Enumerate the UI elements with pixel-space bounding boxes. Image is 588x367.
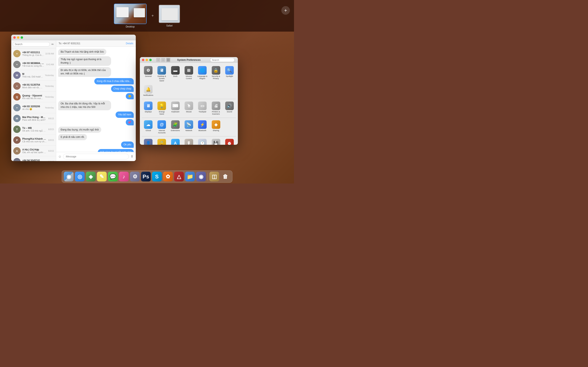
conversation-item[interactable]: + +84 91 5135754 Mình đến nơi rồi, đang …: [11, 81, 56, 92]
close-button[interactable]: [13, 36, 16, 39]
voice-button[interactable]: 🎙: [130, 155, 134, 158]
conversation-item[interactable]: M M Thôi mà. Dối hoài! Kkk Yesterday: [11, 70, 56, 81]
pref-item-security-&-privacy[interactable]: 🔒 Security & Privacy: [209, 65, 222, 83]
chat-input-field[interactable]: [63, 154, 129, 159]
conversation-item[interactable]: Q Quang - Vijasemi Khi nào Ms thì moi ca…: [11, 92, 56, 102]
conversation-time: Yesterday: [45, 85, 54, 87]
pref-label: Extensions: [171, 129, 180, 132]
pref-item-trackpad[interactable]: ▭ Trackpad: [196, 100, 209, 117]
dock-icon-folder[interactable]: 📁: [185, 172, 195, 182]
pref-item-dock[interactable]: ▬ Dock: [169, 65, 182, 83]
emoji-button[interactable]: ☺: [58, 155, 61, 158]
conversation-item[interactable]: + +84 97 6331311 Thông tin gì. Con bố 4 …: [11, 48, 56, 59]
conversation-item[interactable]: + +84 93 9838684, +... Tới trưa ko xong …: [11, 59, 56, 70]
conversation-preview: Khi nào Ms thì moi can chu Mr thi em cho…: [22, 97, 43, 100]
dock-icon-autodesk[interactable]: △: [174, 172, 184, 182]
pref-label: Notifications: [143, 94, 153, 96]
sysprefs-maximize-button[interactable]: [149, 59, 152, 61]
sysprefs-back-button[interactable]: ‹: [156, 58, 160, 62]
conversation-time: 8:43 AM: [46, 63, 54, 66]
dock-icon-maps[interactable]: ◈: [86, 172, 96, 182]
minimize-button[interactable]: [17, 36, 19, 39]
pref-item-notifications[interactable]: 🔔 Notifications: [142, 84, 155, 98]
pref-item-spotlight[interactable]: 🔍 Spotlight: [223, 65, 236, 83]
pref-icon-time-machine: ⏰: [225, 139, 234, 145]
desktop-thumb-2[interactable]: Safari: [159, 5, 180, 27]
pref-icon-language-&-region: 🌐: [198, 66, 207, 75]
desktop-preview-1: [114, 4, 147, 24]
pref-item-mission-control[interactable]: ⊞ Mission Control: [182, 65, 195, 83]
pref-item-sound[interactable]: 🔊 Sound: [223, 100, 236, 117]
pref-item-printers-&-scanners[interactable]: 🖨 Printers & Scanners: [209, 100, 222, 117]
dock-icon-photoshop[interactable]: Ps: [141, 172, 151, 182]
pref-item-dictation-&-speech[interactable]: 🎙 Dictation & Speech: [182, 138, 195, 145]
messages-search-input[interactable]: [13, 42, 50, 47]
pref-item-displays[interactable]: 🖥 Displays: [142, 100, 155, 117]
conversation-name: +84 93 3205206: [22, 105, 43, 108]
sysprefs-minimize-button[interactable]: [146, 59, 148, 61]
dock-icon-itunes[interactable]: ♪: [119, 172, 129, 182]
dock-icon-archive[interactable]: ◫: [209, 172, 219, 182]
pref-item-startup-disk[interactable]: 💾 Startup Disk: [209, 138, 222, 145]
messages-content: ✏ + +84 97 6331311 Thông tin gì. Con bố …: [11, 40, 136, 161]
pref-item-time-machine[interactable]: ⏰ Time Machine: [223, 138, 236, 145]
conversation-item[interactable]: P Phong/Kui Khánh Pho... Cả nhà sóc xum …: [11, 135, 56, 146]
pref-label: Sound: [227, 111, 232, 113]
pref-item-internet-accounts[interactable]: @ Internet Accounts: [155, 119, 168, 135]
pref-item-language-&-region[interactable]: 🌐 Language & Region: [196, 65, 209, 83]
desktop-thumb-1[interactable]: Desktop: [114, 4, 147, 28]
pref-item-network[interactable]: 📡 Network: [182, 119, 195, 135]
dock-icon-system-preferences[interactable]: ⚙: [130, 172, 140, 182]
conversation-preview: Tới trưa ko xong thiên đề haha: [22, 65, 45, 67]
message-bubble: Thấy mẹ ngủ ngoan quá thương ơi là thươn…: [58, 56, 111, 66]
dock-icon-messages[interactable]: 💬: [108, 172, 118, 182]
pref-item-bluetooth[interactable]: ⚡ Bluetooth: [196, 119, 209, 135]
pref-item-keyboard[interactable]: ⌨ Keyboard: [169, 100, 182, 117]
conversation-item[interactable]: + +84 93 3205206 ok chú 😄 Yesterday: [11, 102, 56, 113]
chat-header: To: +84 97 6331311 Details: [56, 40, 136, 47]
dock-icon-github[interactable]: ◉: [196, 172, 206, 182]
pref-item-desktop-&-screen-saver[interactable]: 🖥 Desktop & Screen Saver: [155, 65, 168, 83]
pref-icon-mouse: 🖱: [185, 101, 193, 110]
pref-icon-keyboard: ⌨: [171, 101, 180, 110]
conversation-item[interactable]: T Tú – MB Ok anh. Cả nhà ngủ ngoan. 6/3/…: [11, 124, 56, 135]
dock-icon-photos[interactable]: ✿: [163, 172, 173, 182]
add-desktop-button[interactable]: +: [281, 6, 290, 15]
message-bubble: 😊: [126, 93, 134, 100]
conversation-info: +84 93 3205206 ok chú 😄: [22, 105, 43, 110]
dock-icon-safari[interactable]: ◎: [75, 172, 85, 182]
pref-item-parental-controls[interactable]: 🔒 Parental Controls: [155, 138, 168, 145]
conversation-avatar: M: [13, 72, 21, 79]
pref-item-users-&-groups[interactable]: 👤 Users & Groups: [142, 138, 155, 145]
maximize-button[interactable]: [21, 36, 23, 39]
pref-item-app-store[interactable]: A App Store: [169, 138, 182, 145]
pref-label: Spotlight: [226, 75, 233, 77]
pref-item-mouse[interactable]: 🖱 Mouse: [182, 100, 195, 117]
conversation-item[interactable]: M Mai Phú Hưng - Macin... Pass wifi đlin…: [11, 113, 56, 124]
conversation-time: Yesterday: [45, 107, 54, 109]
compose-button[interactable]: ✏: [51, 42, 54, 46]
sysprefs-forward-button[interactable]: ›: [161, 58, 165, 62]
dock-icon-trash[interactable]: 🗑: [221, 172, 230, 182]
pref-label: Network: [185, 129, 192, 132]
pref-item-extensions[interactable]: 🧩 Extensions: [169, 119, 182, 135]
sysprefs-grid-button[interactable]: [166, 58, 171, 62]
conversation-item[interactable]: + +84 94 5045741 🐶 6/2/15: [11, 156, 56, 161]
chat-details-button[interactable]: Details: [126, 42, 133, 45]
sysprefs-search-input[interactable]: [210, 58, 234, 62]
pref-label: Energy Saver: [156, 111, 167, 115]
pref-icon-displays: 🖥: [144, 101, 153, 110]
pref-item-general[interactable]: ⚙ General: [142, 65, 155, 83]
dock-icon-finder[interactable]: ◉: [64, 172, 74, 182]
conversation-info: +84 97 6331311 Thông tin gì. Con bố 4 ha…: [22, 51, 44, 57]
pref-item-sharing[interactable]: ◈ Sharing: [209, 119, 222, 135]
pref-item-date-&-time[interactable]: 🕐 Date & Time: [196, 138, 209, 145]
pref-item-icloud[interactable]: ☁ iCloud: [142, 119, 155, 135]
message-bubble: Mệt cũng ăn có bắt cơm nhé: [98, 149, 134, 152]
conversation-item[interactable]: A A Hà | Chị Hợp Oài, em sợ bác quên ạ. …: [11, 146, 56, 156]
dock-icon-notes[interactable]: ✎: [97, 172, 107, 182]
pref-item-energy-saver[interactable]: 💡 Energy Saver: [155, 100, 168, 117]
sysprefs-close-button[interactable]: [142, 59, 144, 61]
dock-icon-skype[interactable]: S: [152, 172, 162, 182]
section-divider: [142, 136, 236, 136]
